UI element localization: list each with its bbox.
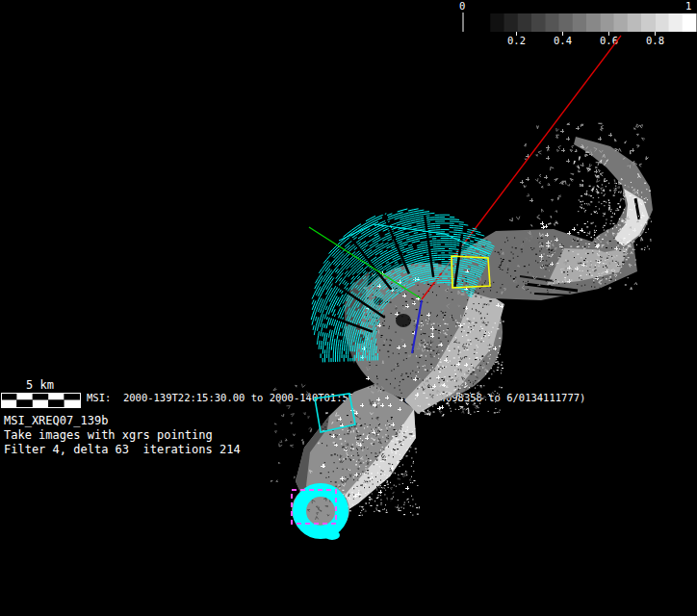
msi-sequence-viewer: 0 1 0.2 0.4 0.6 0.8 5 km MSI: 2000-139T2… bbox=[0, 0, 697, 616]
viewport-3d[interactable] bbox=[0, 0, 697, 616]
